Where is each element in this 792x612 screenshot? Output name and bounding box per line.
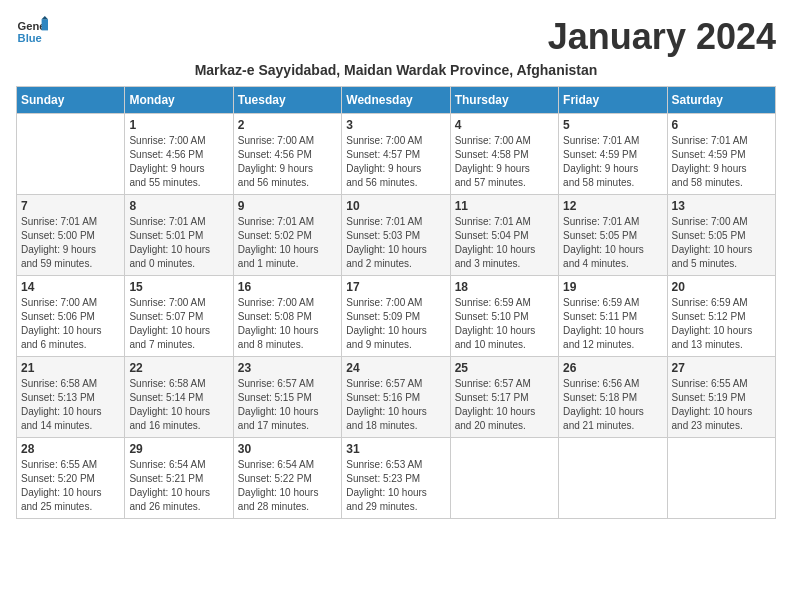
day-number: 5 [563, 118, 662, 132]
day-number: 13 [672, 199, 771, 213]
calendar-cell: 29Sunrise: 6:54 AMSunset: 5:21 PMDayligh… [125, 438, 233, 519]
calendar-cell: 27Sunrise: 6:55 AMSunset: 5:19 PMDayligh… [667, 357, 775, 438]
day-info: Sunrise: 7:00 AMSunset: 4:58 PMDaylight:… [455, 134, 554, 190]
day-number: 17 [346, 280, 445, 294]
calendar-cell: 25Sunrise: 6:57 AMSunset: 5:17 PMDayligh… [450, 357, 558, 438]
day-number: 6 [672, 118, 771, 132]
day-info: Sunrise: 7:00 AMSunset: 4:57 PMDaylight:… [346, 134, 445, 190]
day-number: 26 [563, 361, 662, 375]
calendar-cell: 7Sunrise: 7:01 AMSunset: 5:00 PMDaylight… [17, 195, 125, 276]
day-info: Sunrise: 7:00 AMSunset: 5:09 PMDaylight:… [346, 296, 445, 352]
day-number: 25 [455, 361, 554, 375]
calendar-cell: 30Sunrise: 6:54 AMSunset: 5:22 PMDayligh… [233, 438, 341, 519]
day-info: Sunrise: 6:59 AMSunset: 5:11 PMDaylight:… [563, 296, 662, 352]
calendar-week-row: 7Sunrise: 7:01 AMSunset: 5:00 PMDaylight… [17, 195, 776, 276]
calendar-cell: 15Sunrise: 7:00 AMSunset: 5:07 PMDayligh… [125, 276, 233, 357]
day-info: Sunrise: 6:53 AMSunset: 5:23 PMDaylight:… [346, 458, 445, 514]
day-number: 27 [672, 361, 771, 375]
calendar-week-row: 28Sunrise: 6:55 AMSunset: 5:20 PMDayligh… [17, 438, 776, 519]
calendar-cell: 22Sunrise: 6:58 AMSunset: 5:14 PMDayligh… [125, 357, 233, 438]
day-info: Sunrise: 7:01 AMSunset: 5:00 PMDaylight:… [21, 215, 120, 271]
calendar-table: SundayMondayTuesdayWednesdayThursdayFrid… [16, 86, 776, 519]
calendar-week-row: 14Sunrise: 7:00 AMSunset: 5:06 PMDayligh… [17, 276, 776, 357]
day-number: 28 [21, 442, 120, 456]
day-info: Sunrise: 7:00 AMSunset: 4:56 PMDaylight:… [238, 134, 337, 190]
calendar-cell: 11Sunrise: 7:01 AMSunset: 5:04 PMDayligh… [450, 195, 558, 276]
day-number: 9 [238, 199, 337, 213]
calendar-cell: 14Sunrise: 7:00 AMSunset: 5:06 PMDayligh… [17, 276, 125, 357]
calendar-cell: 16Sunrise: 7:00 AMSunset: 5:08 PMDayligh… [233, 276, 341, 357]
day-info: Sunrise: 7:01 AMSunset: 5:01 PMDaylight:… [129, 215, 228, 271]
day-header-saturday: Saturday [667, 87, 775, 114]
day-number: 29 [129, 442, 228, 456]
day-number: 12 [563, 199, 662, 213]
day-number: 4 [455, 118, 554, 132]
day-info: Sunrise: 6:56 AMSunset: 5:18 PMDaylight:… [563, 377, 662, 433]
logo-icon: General Blue [16, 16, 48, 48]
calendar-cell [450, 438, 558, 519]
day-info: Sunrise: 7:01 AMSunset: 5:05 PMDaylight:… [563, 215, 662, 271]
day-info: Sunrise: 7:00 AMSunset: 4:56 PMDaylight:… [129, 134, 228, 190]
day-number: 23 [238, 361, 337, 375]
day-info: Sunrise: 6:57 AMSunset: 5:16 PMDaylight:… [346, 377, 445, 433]
day-info: Sunrise: 6:55 AMSunset: 5:20 PMDaylight:… [21, 458, 120, 514]
day-header-tuesday: Tuesday [233, 87, 341, 114]
calendar-cell: 3Sunrise: 7:00 AMSunset: 4:57 PMDaylight… [342, 114, 450, 195]
calendar-week-row: 21Sunrise: 6:58 AMSunset: 5:13 PMDayligh… [17, 357, 776, 438]
calendar-cell: 12Sunrise: 7:01 AMSunset: 5:05 PMDayligh… [559, 195, 667, 276]
calendar-cell: 9Sunrise: 7:01 AMSunset: 5:02 PMDaylight… [233, 195, 341, 276]
day-number: 21 [21, 361, 120, 375]
day-number: 31 [346, 442, 445, 456]
day-info: Sunrise: 6:58 AMSunset: 5:13 PMDaylight:… [21, 377, 120, 433]
calendar-cell [17, 114, 125, 195]
day-number: 18 [455, 280, 554, 294]
svg-marker-2 [42, 19, 48, 30]
logo: General Blue [16, 16, 48, 48]
day-info: Sunrise: 6:57 AMSunset: 5:17 PMDaylight:… [455, 377, 554, 433]
calendar-cell: 1Sunrise: 7:00 AMSunset: 4:56 PMDaylight… [125, 114, 233, 195]
day-info: Sunrise: 7:00 AMSunset: 5:06 PMDaylight:… [21, 296, 120, 352]
calendar-cell: 5Sunrise: 7:01 AMSunset: 4:59 PMDaylight… [559, 114, 667, 195]
day-header-friday: Friday [559, 87, 667, 114]
calendar-cell: 8Sunrise: 7:01 AMSunset: 5:01 PMDaylight… [125, 195, 233, 276]
day-number: 7 [21, 199, 120, 213]
day-header-thursday: Thursday [450, 87, 558, 114]
calendar-cell: 21Sunrise: 6:58 AMSunset: 5:13 PMDayligh… [17, 357, 125, 438]
calendar-cell: 23Sunrise: 6:57 AMSunset: 5:15 PMDayligh… [233, 357, 341, 438]
header: General Blue January 2024 [16, 16, 776, 58]
calendar-cell: 6Sunrise: 7:01 AMSunset: 4:59 PMDaylight… [667, 114, 775, 195]
day-info: Sunrise: 6:55 AMSunset: 5:19 PMDaylight:… [672, 377, 771, 433]
day-info: Sunrise: 6:54 AMSunset: 5:22 PMDaylight:… [238, 458, 337, 514]
day-number: 8 [129, 199, 228, 213]
day-number: 10 [346, 199, 445, 213]
calendar-cell: 13Sunrise: 7:00 AMSunset: 5:05 PMDayligh… [667, 195, 775, 276]
calendar-cell: 24Sunrise: 6:57 AMSunset: 5:16 PMDayligh… [342, 357, 450, 438]
month-title: January 2024 [548, 16, 776, 58]
day-number: 16 [238, 280, 337, 294]
day-number: 11 [455, 199, 554, 213]
calendar-cell: 17Sunrise: 7:00 AMSunset: 5:09 PMDayligh… [342, 276, 450, 357]
day-info: Sunrise: 6:58 AMSunset: 5:14 PMDaylight:… [129, 377, 228, 433]
subtitle: Markaz-e Sayyidabad, Maidan Wardak Provi… [16, 62, 776, 78]
calendar-week-row: 1Sunrise: 7:00 AMSunset: 4:56 PMDaylight… [17, 114, 776, 195]
svg-marker-3 [42, 16, 48, 19]
day-number: 20 [672, 280, 771, 294]
calendar-header-row: SundayMondayTuesdayWednesdayThursdayFrid… [17, 87, 776, 114]
calendar-cell: 18Sunrise: 6:59 AMSunset: 5:10 PMDayligh… [450, 276, 558, 357]
calendar-cell: 31Sunrise: 6:53 AMSunset: 5:23 PMDayligh… [342, 438, 450, 519]
day-info: Sunrise: 7:00 AMSunset: 5:05 PMDaylight:… [672, 215, 771, 271]
calendar-cell: 10Sunrise: 7:01 AMSunset: 5:03 PMDayligh… [342, 195, 450, 276]
day-info: Sunrise: 7:00 AMSunset: 5:08 PMDaylight:… [238, 296, 337, 352]
day-number: 15 [129, 280, 228, 294]
day-info: Sunrise: 7:01 AMSunset: 5:02 PMDaylight:… [238, 215, 337, 271]
calendar-cell: 26Sunrise: 6:56 AMSunset: 5:18 PMDayligh… [559, 357, 667, 438]
day-number: 1 [129, 118, 228, 132]
day-number: 2 [238, 118, 337, 132]
calendar-cell: 2Sunrise: 7:00 AMSunset: 4:56 PMDaylight… [233, 114, 341, 195]
day-info: Sunrise: 7:01 AMSunset: 4:59 PMDaylight:… [672, 134, 771, 190]
day-number: 3 [346, 118, 445, 132]
day-number: 22 [129, 361, 228, 375]
day-info: Sunrise: 6:59 AMSunset: 5:12 PMDaylight:… [672, 296, 771, 352]
calendar-cell: 28Sunrise: 6:55 AMSunset: 5:20 PMDayligh… [17, 438, 125, 519]
day-info: Sunrise: 7:01 AMSunset: 4:59 PMDaylight:… [563, 134, 662, 190]
